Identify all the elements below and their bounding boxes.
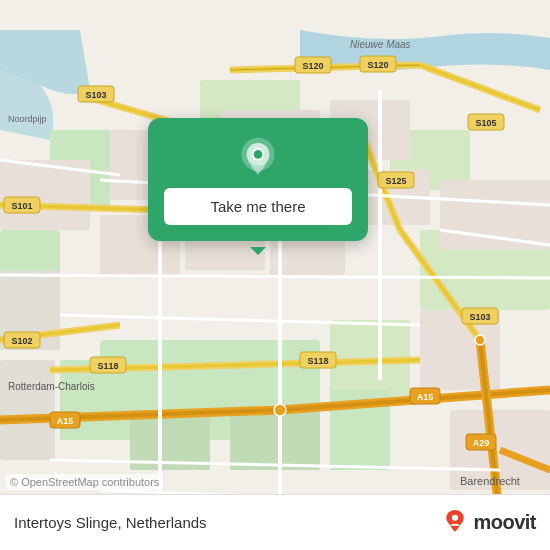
svg-text:S103: S103 xyxy=(85,90,106,100)
svg-point-90 xyxy=(274,404,286,416)
take-me-there-button[interactable]: Take me there xyxy=(164,188,352,225)
svg-text:A29: A29 xyxy=(473,438,490,448)
svg-text:Barendrecht: Barendrecht xyxy=(460,475,520,487)
map-popup: Take me there xyxy=(148,118,368,241)
svg-rect-21 xyxy=(0,360,55,460)
svg-text:S101: S101 xyxy=(11,201,32,211)
svg-rect-7 xyxy=(230,410,320,470)
svg-text:S102: S102 xyxy=(11,336,32,346)
svg-text:A15: A15 xyxy=(57,416,74,426)
svg-text:Rotterdam-Charlois: Rotterdam-Charlois xyxy=(8,381,95,392)
svg-point-97 xyxy=(452,514,458,520)
svg-rect-19 xyxy=(440,180,550,250)
svg-text:S118: S118 xyxy=(97,361,118,371)
svg-text:S125: S125 xyxy=(385,176,406,186)
moovit-icon xyxy=(441,509,469,537)
svg-text:S105: S105 xyxy=(475,118,496,128)
moovit-logo: moovit xyxy=(441,509,536,537)
svg-point-91 xyxy=(475,335,485,345)
bottom-bar: Intertoys Slinge, Netherlands moovit xyxy=(0,494,550,550)
svg-text:A15: A15 xyxy=(417,392,434,402)
svg-text:S103: S103 xyxy=(469,312,490,322)
location-pin-icon xyxy=(237,136,279,178)
map-svg: S120 S103 S103 S105 S101 S102 S118 S118 … xyxy=(0,0,550,550)
svg-text:Nieuwe Maas: Nieuwe Maas xyxy=(350,39,411,50)
svg-text:S120: S120 xyxy=(367,60,388,70)
svg-line-31 xyxy=(420,65,540,110)
moovit-text: moovit xyxy=(473,511,536,534)
svg-text:S118: S118 xyxy=(307,356,328,366)
svg-text:Noordpijp: Noordpijp xyxy=(8,114,47,124)
copyright-text: © OpenStreetMap contributors xyxy=(6,474,163,490)
location-info: Intertoys Slinge, Netherlands xyxy=(14,514,207,531)
svg-text:S120: S120 xyxy=(302,61,323,71)
location-name: Intertoys Slinge, Netherlands xyxy=(14,514,207,531)
svg-point-95 xyxy=(254,150,263,159)
map-container: S120 S103 S103 S105 S101 S102 S118 S118 … xyxy=(0,0,550,550)
